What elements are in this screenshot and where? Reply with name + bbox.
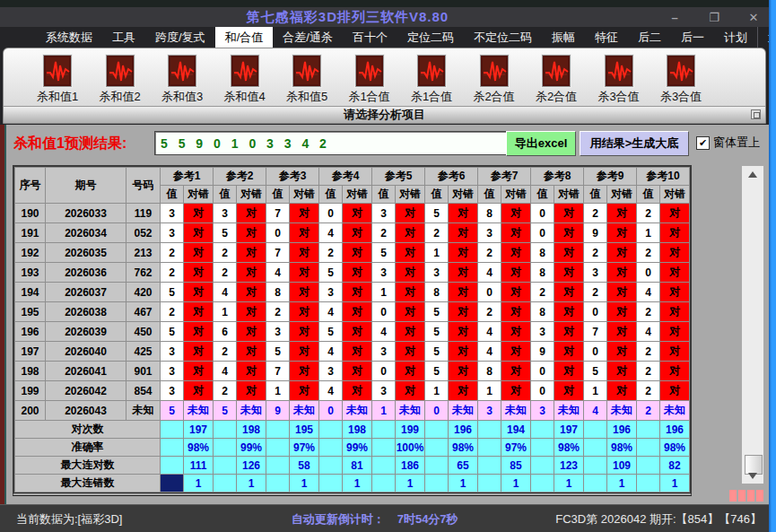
value-cell[interactable]: 7 (266, 243, 290, 263)
value-cell[interactable]: 3 (531, 322, 554, 342)
value-cell[interactable]: 2 (478, 302, 501, 322)
value-cell[interactable]: 1 (425, 243, 449, 263)
result-cell[interactable]: 对 (449, 263, 478, 283)
result-cell[interactable]: 对 (290, 322, 319, 342)
result-cell[interactable]: 对 (184, 302, 214, 322)
value-cell[interactable]: 3 (531, 401, 554, 421)
result-cell[interactable]: 对 (290, 223, 319, 243)
summary-spacer-cell[interactable] (478, 457, 501, 475)
result-cell[interactable]: 对 (237, 283, 266, 302)
value-cell[interactable]: 0 (266, 223, 290, 243)
value-cell[interactable]: 3 (372, 263, 396, 283)
selected-cell[interactable] (161, 475, 184, 493)
value-cell[interactable]: 4 (214, 283, 237, 302)
value-cell[interactable]: 3 (372, 342, 396, 362)
result-cell[interactable]: 对 (184, 342, 214, 362)
value-cell[interactable]: 4 (637, 283, 660, 302)
value-cell[interactable]: 0 (372, 302, 396, 322)
value-cell[interactable]: 4 (319, 381, 343, 401)
result-cell[interactable]: 未知 (396, 401, 425, 421)
result-cell[interactable]: 对 (501, 302, 531, 322)
result-cell[interactable]: 对 (449, 342, 478, 362)
result-cell[interactable]: 对 (607, 263, 637, 283)
generate-base-button[interactable]: 用结果>生成大底 (580, 131, 689, 156)
result-cell[interactable]: 对 (184, 362, 214, 381)
result-cell[interactable]: 对 (607, 322, 637, 342)
result-cell[interactable]: 对 (449, 283, 478, 302)
menu-item-12[interactable]: 后一 (671, 27, 714, 48)
summary-spacer-cell[interactable] (478, 475, 501, 493)
toolbar-button-2[interactable]: 杀和值2 (90, 54, 151, 108)
result-cell[interactable]: 对 (501, 362, 531, 381)
result-cell[interactable]: 对 (554, 283, 584, 302)
scroll-down-icon[interactable] (742, 469, 763, 482)
result-cell[interactable]: 对 (237, 381, 266, 401)
value-cell[interactable]: 5 (319, 322, 343, 342)
summary-value-cell[interactable]: 1 (554, 475, 584, 493)
result-cell[interactable]: 对 (660, 302, 690, 322)
result-cell[interactable]: 对 (237, 362, 266, 381)
result-cell[interactable]: 对 (290, 263, 319, 283)
result-cell[interactable]: 对 (237, 322, 266, 342)
summary-value-cell[interactable]: 99% (343, 439, 372, 457)
result-cell[interactable]: 对 (449, 322, 478, 342)
summary-value-cell[interactable]: 1 (660, 475, 690, 493)
result-cell[interactable]: 对 (607, 223, 637, 243)
result-cell[interactable]: 对 (660, 223, 690, 243)
toolbar-button-4[interactable]: 杀和值4 (214, 54, 275, 108)
value-cell[interactable]: 2 (584, 283, 607, 302)
result-cell[interactable]: 对 (184, 283, 214, 302)
value-cell[interactable]: 1 (266, 381, 290, 401)
result-cell[interactable]: 对 (554, 204, 584, 223)
value-cell[interactable]: 2 (478, 243, 501, 263)
result-cell[interactable]: 对 (343, 263, 372, 283)
result-cell[interactable]: 对 (607, 243, 637, 263)
result-cell[interactable]: 对 (607, 204, 637, 223)
result-cell[interactable]: 对 (184, 223, 214, 243)
value-cell[interactable]: 4 (319, 302, 343, 322)
result-cell[interactable]: 对 (449, 302, 478, 322)
summary-spacer-cell[interactable] (425, 475, 449, 493)
result-cell[interactable]: 对 (396, 302, 425, 322)
result-cell[interactable]: 未知 (237, 401, 266, 421)
value-cell[interactable]: 0 (584, 302, 607, 322)
value-cell[interactable]: 4 (637, 322, 660, 342)
result-cell[interactable]: 对 (290, 362, 319, 381)
summary-value-cell[interactable]: 1 (343, 475, 372, 493)
result-cell[interactable]: 对 (396, 223, 425, 243)
result-cell[interactable]: 对 (343, 342, 372, 362)
topmost-checkbox[interactable]: ✔ (696, 136, 710, 150)
summary-value-cell[interactable]: 198 (343, 421, 372, 439)
summary-value-cell[interactable]: 98% (554, 439, 584, 457)
result-cell[interactable]: 对 (237, 302, 266, 322)
value-cell[interactable]: 3 (161, 381, 184, 401)
summary-spacer-cell[interactable] (161, 457, 184, 475)
result-cell[interactable]: 对 (501, 283, 531, 302)
value-cell[interactable]: 3 (161, 204, 184, 223)
summary-spacer-cell[interactable] (266, 421, 290, 439)
value-cell[interactable]: 5 (425, 322, 449, 342)
value-cell[interactable]: 5 (425, 342, 449, 362)
result-cell[interactable]: 对 (607, 302, 637, 322)
value-cell[interactable]: 5 (319, 263, 343, 283)
summary-spacer-cell[interactable] (214, 439, 237, 457)
value-cell[interactable]: 0 (637, 263, 660, 283)
result-cell[interactable]: 对 (660, 381, 690, 401)
result-cell[interactable]: 对 (554, 243, 584, 263)
summary-spacer-cell[interactable] (319, 475, 343, 493)
vertical-scrollbar[interactable] (741, 165, 764, 484)
result-cell[interactable]: 对 (290, 283, 319, 302)
value-cell[interactable]: 5 (161, 322, 184, 342)
menu-item-13[interactable]: 计划 (714, 27, 757, 48)
value-cell[interactable]: 7 (584, 322, 607, 342)
summary-value-cell[interactable]: 97% (501, 439, 531, 457)
summary-value-cell[interactable]: 82 (660, 457, 690, 475)
value-cell[interactable]: 0 (531, 204, 554, 223)
summary-value-cell[interactable]: 97% (290, 439, 319, 457)
value-cell[interactable]: 1 (372, 401, 396, 421)
value-cell[interactable]: 0 (531, 223, 554, 243)
result-cell[interactable]: 对 (554, 302, 584, 322)
value-cell[interactable]: 0 (319, 401, 343, 421)
menu-item-9[interactable]: 振幅 (542, 27, 585, 48)
summary-value-cell[interactable]: 1 (290, 475, 319, 493)
